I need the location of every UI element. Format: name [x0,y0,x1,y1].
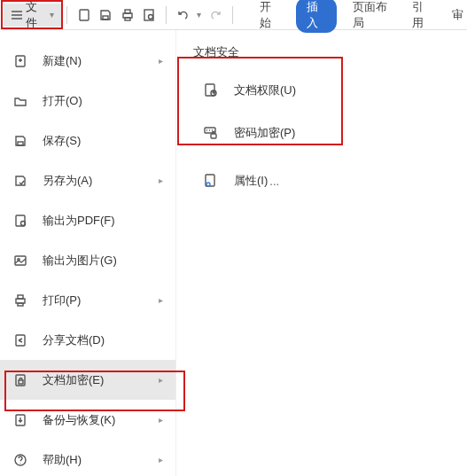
ribbon-tabs: 开始 插入 页面布局 引用 审 [256,0,467,33]
svg-rect-2 [123,13,132,18]
chevron-right-icon: ▸ [159,295,163,305]
file-dropdown-menu: 新建(N) ▸ 打开(O) 保存(S) 另存为(A) ▸ 输出为PDF(F) 输… [0,30,176,476]
pdf-icon [12,213,28,229]
hamburger-icon [11,9,22,21]
submenu-permissions[interactable]: 文档权限(U) [177,69,461,112]
chevron-right-icon: ▸ [159,455,163,464]
submenu-password-label: 密码加密(P) [234,125,295,141]
undo-icon[interactable] [174,5,192,25]
toolbar-divider [66,6,67,24]
file-menu-label: 文件 [26,0,47,31]
svg-rect-4 [125,18,130,20]
encrypt-icon [12,372,28,388]
saveas-icon [12,173,28,189]
svg-rect-0 [80,10,89,20]
chevron-right-icon: ▸ [159,176,163,185]
svg-rect-8 [18,142,23,145]
save-icon [12,133,28,149]
help-icon [12,452,28,468]
menu-new-label: 新建(N) [43,53,159,69]
preview-icon[interactable] [140,5,159,25]
undo-dropdown-icon[interactable]: ▾ [195,5,203,25]
save-icon[interactable] [97,5,115,25]
menu-share[interactable]: 分享文档(D) [0,320,175,360]
chevron-right-icon: ▸ [159,375,163,385]
tab-review[interactable]: 审 [448,5,467,25]
submenu-title: 文档安全 [177,35,461,69]
menu-help-label: 帮助(H) [43,452,159,468]
toolbar-divider [232,6,233,24]
menu-open-label: 打开(O) [43,93,163,109]
submenu-permissions-label: 文档权限(U) [234,82,296,98]
submenu-properties-ellipsis: ... [269,175,279,188]
menu-backup[interactable]: 备份与恢复(K) ▸ [0,400,175,440]
menu-export-image[interactable]: 输出为图片(G) [0,240,175,280]
share-icon [12,332,28,348]
backup-icon [12,412,28,428]
menu-open[interactable]: 打开(O) [0,81,175,121]
menu-backup-label: 备份与恢复(K) [43,412,159,428]
svg-rect-18 [19,380,23,384]
menu-pdf-label: 输出为PDF(F) [43,213,163,229]
redo-icon[interactable] [206,5,225,25]
menu-save-label: 保存(S) [43,133,163,149]
new-doc-icon[interactable] [74,5,93,25]
image-icon [12,253,28,269]
password-icon [202,124,220,142]
tab-start[interactable]: 开始 [256,0,284,33]
permissions-icon [202,82,220,99]
svg-rect-3 [125,10,130,13]
menu-encrypt[interactable]: 文档加密(E) ▸ [0,360,175,400]
new-icon [12,53,28,69]
tab-insert[interactable]: 插入 [296,0,338,33]
submenu-properties[interactable]: 属性(I) ... [177,160,461,202]
svg-point-6 [149,14,153,19]
svg-point-23 [213,91,214,93]
encrypt-submenu: 文档安全 文档权限(U) 密码加密(P) 属性(I) ... [177,35,461,202]
menu-image-label: 输出为图片(G) [43,253,163,269]
menu-encrypt-label: 文档加密(E) [43,372,159,388]
svg-rect-14 [18,295,23,299]
menu-saveas-label: 另存为(A) [43,173,159,189]
properties-icon [202,172,220,190]
menu-help[interactable]: 帮助(H) ▸ [0,440,175,476]
menu-share-label: 分享文档(D) [43,332,163,348]
submenu-password[interactable]: 密码加密(P) [177,112,461,154]
menu-saveas[interactable]: 另存为(A) ▸ [0,160,175,200]
file-menu-button[interactable]: 文件 ▾ [4,4,61,27]
folder-icon [12,93,28,109]
top-toolbar: 文件 ▾ ▾ 开始 插入 页面布局 引用 审 [0,0,467,30]
toolbar-divider [166,6,167,24]
chevron-right-icon: ▸ [159,56,163,66]
svg-rect-25 [211,134,216,138]
svg-rect-1 [103,16,108,20]
submenu-properties-label: 属性(I) [234,173,268,189]
chevron-down-icon: ▾ [50,10,54,20]
menu-new[interactable]: 新建(N) ▸ [0,41,175,81]
print-icon[interactable] [119,5,137,25]
tab-layout[interactable]: 页面布局 [349,0,396,33]
menu-print[interactable]: 打印(P) ▸ [0,280,175,320]
print-icon [12,293,28,308]
chevron-right-icon: ▸ [159,415,163,425]
svg-rect-16 [16,335,25,346]
menu-save[interactable]: 保存(S) [0,121,175,160]
svg-rect-15 [18,303,23,306]
menu-print-label: 打印(P) [43,293,159,308]
tab-references[interactable]: 引用 [409,0,436,33]
menu-export-pdf[interactable]: 输出为PDF(F) [0,200,175,240]
svg-rect-13 [16,299,25,303]
svg-point-27 [206,183,210,186]
